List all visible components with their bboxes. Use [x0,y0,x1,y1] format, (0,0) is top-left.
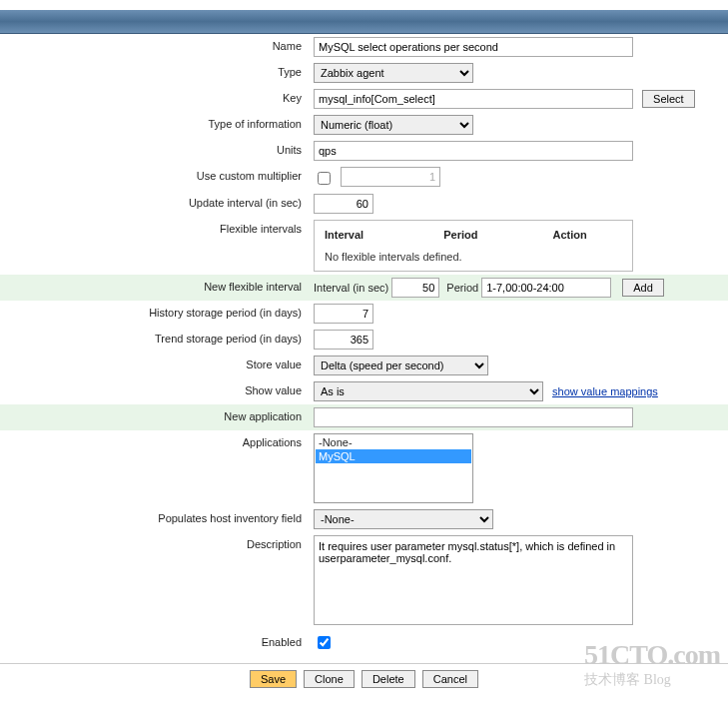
use-multiplier-checkbox[interactable] [318,172,331,185]
label-store-value: Store value [0,353,310,378]
label-type: Type [0,60,310,86]
new-flex-interval-label: Interval (in sec) [314,282,388,294]
flex-col-interval: Interval [325,229,443,241]
label-use-multiplier: Use custom multiplier [0,164,310,191]
label-key: Key [0,86,310,112]
label-new-application: New application [0,404,310,430]
add-button[interactable]: Add [622,279,664,297]
label-flexible-intervals: Flexible intervals [0,217,310,275]
flex-col-action: Action [552,229,622,241]
new-flex-period-label: Period [446,282,478,294]
type-of-info-select[interactable]: Numeric (float) [314,115,473,135]
label-description: Description [0,532,310,630]
label-type-of-info: Type of information [0,112,310,138]
name-input[interactable] [314,37,633,57]
new-flex-period-input[interactable] [481,278,611,298]
label-populates-host: Populates host inventory field [0,506,310,532]
update-interval-input[interactable] [314,194,373,214]
multiplier-input[interactable] [341,167,440,187]
flexible-intervals-box: Interval Period Action No flexible inter… [314,220,633,272]
clone-button[interactable]: Clone [304,670,355,688]
delete-button[interactable]: Delete [362,670,415,688]
new-flex-interval-input[interactable] [391,278,439,298]
select-button[interactable]: Select [642,90,695,108]
label-history-period: History storage period (in days) [0,301,310,327]
item-form: Name Type Zabbix agent Key Select Type o… [0,34,728,655]
type-select[interactable]: Zabbix agent [314,63,473,83]
key-input[interactable] [314,89,633,109]
show-value-mappings-link[interactable]: show value mappings [552,385,658,397]
cancel-button[interactable]: Cancel [422,670,478,688]
header-bar [0,10,728,34]
units-input[interactable] [314,141,633,161]
description-textarea[interactable] [314,535,633,625]
list-item[interactable]: MySQL [316,449,471,463]
flex-empty-message: No flexible intervals defined. [325,251,622,263]
list-item[interactable]: -None- [316,435,471,449]
action-bar: Save Clone Delete Cancel [0,663,728,694]
label-update-interval: Update interval (in sec) [0,191,310,217]
applications-listbox[interactable]: -None- MySQL [314,433,473,503]
history-period-input[interactable] [314,304,373,324]
label-new-flex-interval: New flexible interval [0,275,310,301]
enabled-checkbox[interactable] [318,636,331,649]
flex-col-period: Period [443,229,552,241]
label-applications: Applications [0,430,310,506]
new-application-input[interactable] [314,407,633,427]
label-name: Name [0,34,310,60]
label-trend-period: Trend storage period (in days) [0,327,310,353]
trend-period-input[interactable] [314,330,373,350]
show-value-select[interactable]: As is [314,381,543,401]
label-show-value: Show value [0,378,310,404]
label-units: Units [0,138,310,164]
populates-host-select[interactable]: -None- [314,509,493,529]
store-value-select[interactable]: Delta (speed per second) [314,356,488,375]
label-enabled: Enabled [0,630,310,655]
save-button[interactable]: Save [250,670,297,688]
